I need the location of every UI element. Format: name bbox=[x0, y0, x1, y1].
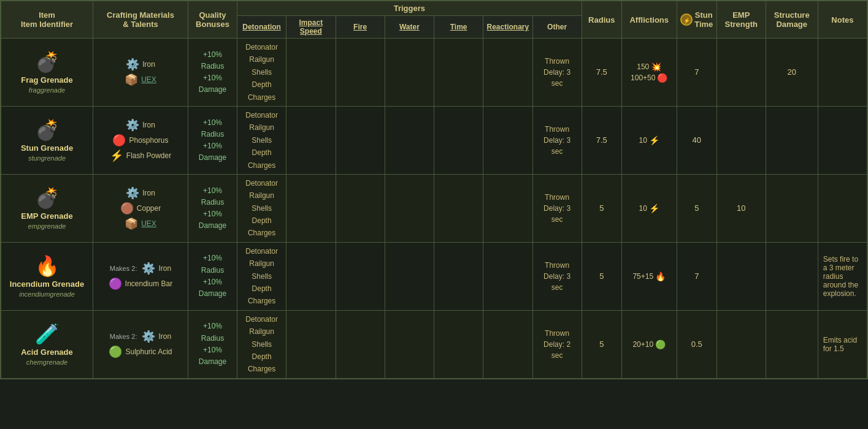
material-icon: 📦 bbox=[125, 217, 138, 230]
structure-damage-empgrenade bbox=[766, 174, 818, 242]
trigger-fire-empgrenade bbox=[336, 174, 385, 242]
material-row: 🟤Copper bbox=[96, 202, 185, 215]
affliction-value: 10 bbox=[639, 136, 647, 145]
item-id-fraggrenade: fraggrenade bbox=[4, 86, 90, 94]
afflictions-chemgrenade: 20+10 🟢 bbox=[621, 310, 677, 378]
material-link[interactable]: UEX bbox=[141, 75, 156, 84]
trigger-impact-empgrenade bbox=[286, 174, 336, 242]
trigger-fire-chemgrenade bbox=[336, 310, 385, 378]
header-structure: Structure Damage bbox=[766, 1, 818, 39]
material-name: Iron bbox=[158, 264, 171, 273]
item-id-empgrenade: empgrenade bbox=[4, 222, 90, 230]
stun-time-incendiumgrenade: 7 bbox=[677, 242, 716, 310]
material-name: Iron bbox=[142, 189, 155, 197]
item-id-incendiumgrenade: incendiumgrenade bbox=[4, 290, 90, 298]
material-name: Flash Powder bbox=[126, 151, 171, 160]
material-icon: ⚡ bbox=[110, 149, 123, 162]
trigger-reactionary-incendiumgrenade bbox=[483, 242, 532, 310]
item-icon-incendiumgrenade: 🔥 bbox=[4, 254, 90, 278]
emp-strength-incendiumgrenade bbox=[716, 242, 766, 310]
trigger-time-chemgrenade bbox=[434, 310, 483, 378]
afflictions-stungrenade: 10 ⚡ bbox=[621, 106, 677, 174]
trigger-detonation-incendiumgrenade: Detonator Railgun Shells Depth Charges bbox=[237, 242, 286, 310]
material-link[interactable]: UEX bbox=[141, 219, 156, 228]
material-icon: 🔴 bbox=[112, 134, 126, 147]
affliction-icon: ⚡ bbox=[649, 135, 659, 145]
affliction-icon: ⚡ bbox=[649, 203, 659, 213]
material-row: 🟢Sulphuric Acid bbox=[96, 345, 185, 359]
item-icon-chemgrenade: 🧪 bbox=[4, 322, 90, 346]
structure-damage-fraggrenade: 20 bbox=[766, 39, 818, 107]
item-cell-fraggrenade: 💣 Frag Grenade fraggrenade bbox=[1, 39, 93, 107]
emp-strength-stungrenade bbox=[716, 106, 766, 174]
affliction-row: 75+15 🔥 bbox=[625, 271, 674, 281]
trigger-reactionary-chemgrenade bbox=[483, 310, 532, 378]
table-row: 💣 Frag Grenade fraggrenade ⚙️Iron📦UEX+10… bbox=[1, 39, 867, 107]
notes-chemgrenade: Emits acid for 1.5 bbox=[818, 310, 867, 378]
radius-fraggrenade: 7.5 bbox=[582, 39, 621, 107]
notes-empgrenade bbox=[818, 174, 867, 242]
item-cell-chemgrenade: 🧪 Acid Grenade chemgrenade bbox=[1, 310, 93, 378]
material-row: 🟣Incendium Bar bbox=[96, 277, 185, 290]
trigger-detonation-empgrenade: Detonator Railgun Shells Depth Charges bbox=[237, 174, 286, 242]
header-time: Time bbox=[434, 16, 483, 39]
affliction-value: 100+50 bbox=[631, 74, 655, 82]
header-item: Item Item Identifier bbox=[1, 1, 93, 39]
affliction-value: 20+10 bbox=[632, 340, 653, 349]
item-name-chemgrenade: Acid Grenade bbox=[4, 347, 90, 357]
material-icon: 🟢 bbox=[109, 345, 122, 359]
header-afflictions: Afflictions bbox=[621, 1, 677, 39]
afflictions-incendiumgrenade: 75+15 🔥 bbox=[621, 242, 677, 310]
makes-label: Makes 2: bbox=[110, 265, 137, 272]
quality-cell-chemgrenade: +10% Radius +10% Damage bbox=[188, 310, 237, 378]
affliction-icon: 🟢 bbox=[655, 340, 666, 349]
material-row: 🔴Phosphorus bbox=[96, 134, 185, 147]
material-row: Makes 2:⚙️Iron bbox=[96, 262, 185, 275]
affliction-row: 10 ⚡ bbox=[625, 203, 674, 213]
material-name: Sulphuric Acid bbox=[125, 347, 172, 356]
trigger-fire-stungrenade bbox=[336, 106, 385, 174]
structure-damage-incendiumgrenade bbox=[766, 242, 818, 310]
trigger-impact-fraggrenade bbox=[286, 39, 336, 107]
quality-cell-fraggrenade: +10% Radius +10% Damage bbox=[188, 39, 237, 107]
affliction-value: 10 bbox=[639, 204, 647, 213]
trigger-water-stungrenade bbox=[385, 106, 434, 174]
materials-cell-chemgrenade: Makes 2:⚙️Iron🟢Sulphuric Acid bbox=[93, 310, 188, 378]
affliction-row: 100+50 🔴 bbox=[625, 73, 674, 83]
material-row: ⚙️Iron bbox=[96, 186, 185, 200]
materials-cell-empgrenade: ⚙️Iron🟤Copper📦UEX bbox=[93, 174, 188, 242]
header-emp: EMP Strength bbox=[716, 1, 766, 39]
item-icon-fraggrenade: 💣 bbox=[4, 50, 90, 74]
notes-stungrenade bbox=[818, 106, 867, 174]
material-row: ⚙️Iron bbox=[96, 118, 185, 132]
header-triggers: Triggers bbox=[237, 1, 582, 16]
quality-cell-empgrenade: +10% Radius +10% Damage bbox=[188, 174, 237, 242]
trigger-water-incendiumgrenade bbox=[385, 242, 434, 310]
radius-empgrenade: 5 bbox=[582, 174, 621, 242]
materials-cell-incendiumgrenade: Makes 2:⚙️Iron🟣Incendium Bar bbox=[93, 242, 188, 310]
trigger-time-fraggrenade bbox=[434, 39, 483, 107]
main-table-container: Item Item Identifier Crafting Materials … bbox=[0, 0, 868, 379]
trigger-reactionary-fraggrenade bbox=[483, 39, 532, 107]
material-name: Iron bbox=[142, 60, 155, 69]
material-icon: 📦 bbox=[125, 73, 138, 86]
header-reactionary: Reactionary bbox=[483, 16, 532, 39]
radius-chemgrenade: 5 bbox=[582, 310, 621, 378]
header-quality: Quality Bonuses bbox=[188, 1, 237, 39]
trigger-detonation-fraggrenade: Detonator Railgun Shells Depth Charges bbox=[237, 39, 286, 107]
affliction-row: 20+10 🟢 bbox=[625, 340, 674, 349]
item-icon-stungrenade: 💣 bbox=[4, 118, 90, 142]
emp-strength-fraggrenade bbox=[716, 39, 766, 107]
trigger-detonation-stungrenade: Detonator Railgun Shells Depth Charges bbox=[237, 106, 286, 174]
header-other: Other bbox=[532, 16, 582, 39]
material-name: Iron bbox=[142, 121, 155, 129]
trigger-time-incendiumgrenade bbox=[434, 242, 483, 310]
material-name: Iron bbox=[158, 332, 171, 341]
makes-label: Makes 2: bbox=[110, 333, 137, 340]
material-name: Copper bbox=[137, 204, 161, 213]
item-cell-stungrenade: 💣 Stun Grenade stungrenade bbox=[1, 106, 93, 174]
material-icon: ⚙️ bbox=[142, 330, 155, 343]
table-row: 💣 EMP Grenade empgrenade ⚙️Iron🟤Copper📦U… bbox=[1, 174, 867, 242]
trigger-time-stungrenade bbox=[434, 106, 483, 174]
item-id-stungrenade: stungrenade bbox=[4, 154, 90, 162]
